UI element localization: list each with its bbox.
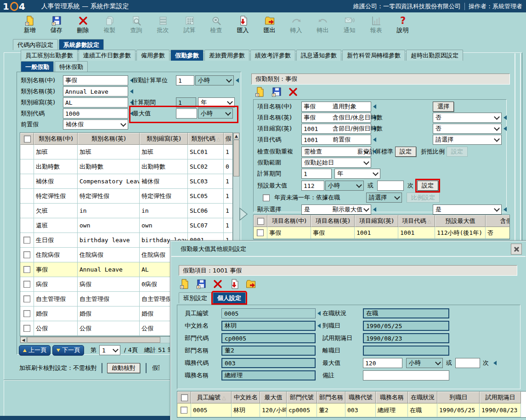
name-zh-field[interactable]: 林玥 [221, 321, 316, 331]
start-check-button[interactable]: 啟動核對 [107, 363, 140, 373]
scrollbar-thumb[interactable] [233, 140, 239, 176]
left-table-row-0[interactable]: 加班加班加班SLC011 [20, 145, 232, 159]
dialog-table-row-checkbox[interactable] [181, 407, 187, 414]
dialog-tab-0[interactable]: 班別設定 [179, 292, 212, 303]
dialog-delete-button[interactable] [212, 278, 224, 290]
rp-calc-period-unit-select[interactable]: 年 [334, 169, 380, 179]
rp-table-header-5[interactable]: 含假日/休 [486, 215, 510, 227]
dialog-table-select-all-checkbox[interactable] [181, 394, 188, 401]
rp-table-row-checkbox[interactable] [257, 229, 264, 236]
dialog-import-button[interactable] [228, 278, 240, 290]
default-max-unit-select[interactable]: 小時 [325, 181, 364, 191]
rp-calc-period-input[interactable]: 1 [301, 169, 332, 179]
calc-period-unit-select[interactable]: 年 [198, 97, 235, 108]
toolbar-delete-button[interactable]: 刪除 [73, 15, 93, 39]
left-table-row-1[interactable]: 出勤時數出勤時數出勤時數SLC020 [20, 159, 232, 174]
dlg-times-input[interactable] [455, 358, 480, 368]
dialog-table-row-0[interactable]: 0005林玥120/小時cp0005董2003總經理在職1990/05/2519… [177, 403, 526, 417]
param-tab-4[interactable]: 差旅費用參數 [204, 50, 249, 61]
param-tab-2[interactable]: 僱用參數 [136, 50, 170, 61]
dialog-table-header-8[interactable]: 到職日 [437, 392, 480, 403]
toolbar-export-button[interactable]: 匯出 [259, 15, 280, 39]
left-table-row-checkbox[interactable] [23, 266, 30, 273]
left-table-row-3[interactable]: 特定彈性假特定彈性假特定彈性假SLC051 [20, 189, 232, 204]
dialog-table-header-7[interactable]: 在職狀況 [408, 392, 437, 403]
dialog-table-header-5[interactable]: 職務代號 [345, 392, 376, 403]
rp-table-header-0[interactable]: 項目名稱(中) [267, 215, 311, 227]
include-holiday-select[interactable]: 否 [433, 113, 502, 123]
scrollbar-thumb[interactable] [27, 337, 160, 343]
calc-period-input[interactable]: 1 [176, 97, 196, 108]
page-select[interactable]: 1 [99, 345, 120, 355]
toolbar-save-button[interactable]: 儲存 [46, 15, 67, 39]
rp-delete-button[interactable] [287, 86, 299, 98]
rp-table-select-all-checkbox[interactable] [257, 218, 264, 225]
left-table-header-3[interactable]: 類別代碼△ [188, 133, 224, 145]
param-tab-5[interactable]: 績效考評參數 [250, 50, 295, 61]
dialog-export-button[interactable] [245, 278, 257, 290]
rp-table-header-4[interactable]: 預設最大值 [435, 215, 486, 227]
dialog-table-header-6[interactable]: 職務名稱 [376, 392, 408, 403]
leave-tab-1[interactable]: 特休假勤 [55, 61, 88, 72]
left-table-header-4[interactable]: 假 [224, 133, 233, 145]
dialog-tab-1[interactable]: 個人設定 [213, 292, 246, 303]
dialog-table-header-4[interactable]: 部門名稱 [317, 392, 345, 403]
rp-pre-leave-select[interactable]: 請選擇 [433, 135, 502, 145]
dialog-new-button[interactable] [179, 278, 191, 290]
under-one-year-select[interactable]: 請選擇 [366, 193, 402, 203]
max-value-unit-select[interactable]: 小時 [198, 108, 233, 119]
calc-unit-input[interactable]: 1 [176, 75, 194, 85]
default-max-input[interactable]: 112 [301, 181, 324, 191]
scroll-left-icon[interactable]: ◀ [20, 337, 27, 343]
dialog-table-header-0[interactable]: 員工編號△ [191, 392, 232, 403]
left-table-row-checkbox[interactable] [23, 281, 30, 288]
param-tab-7[interactable]: 新竹科管局轉檔參數 [342, 50, 405, 61]
type-code-input[interactable]: 1000 [63, 108, 128, 119]
default-max-times-input[interactable] [377, 181, 404, 191]
left-table-row-2[interactable]: 補休假Compensatory Leave補休假SLC031 [20, 174, 232, 189]
left-table-row-5[interactable]: 還班ownownSLC071 [20, 218, 232, 233]
type-name-zh-input[interactable]: 事假 [63, 75, 128, 85]
toolbar-new-button[interactable]: 新增 [19, 15, 40, 39]
close-button[interactable] [511, 244, 522, 255]
pre-leave-select[interactable]: 補休假 [63, 119, 128, 130]
main-tab-1[interactable]: 系統參數設定 [59, 39, 104, 50]
rp-table-row-0[interactable]: 事假事假10011001112小時(後1年)否 [254, 227, 509, 239]
rp-table-header-1[interactable]: 項目名稱(英) [311, 215, 355, 227]
expand-arrow-icon[interactable] [238, 207, 249, 223]
calc-unit-select[interactable]: 小時 [195, 75, 234, 85]
show-max-select[interactable]: 是 [433, 204, 502, 215]
left-table-header-2[interactable]: 類別縮寫(英) [140, 133, 188, 145]
left-table-row-4[interactable]: 欠班ininSLC061 [20, 204, 232, 218]
max-rule-set-button[interactable]: 設定 [417, 181, 438, 191]
left-table-row-checkbox[interactable] [23, 237, 30, 244]
rp-new-button[interactable] [254, 86, 266, 98]
left-table-row-checkbox[interactable] [23, 251, 30, 258]
param-tab-8[interactable]: 超時出勤原因設定 [406, 50, 463, 61]
include-festival-select[interactable]: 否 [433, 124, 502, 134]
leave-tab-0[interactable]: 一般假勤 [21, 61, 54, 72]
note-input[interactable] [363, 370, 449, 380]
main-tab-0[interactable]: 代碼內容設定 [13, 39, 58, 50]
left-table-select-all-checkbox[interactable] [24, 136, 31, 142]
rp-save-button[interactable] [271, 86, 283, 98]
rp-table-header-2[interactable]: 項目縮寫(英) [355, 215, 398, 227]
dialog-table-header-9[interactable]: 試用期滿日 [480, 392, 521, 403]
dialog-table-header-3[interactable]: 部門代號 [287, 392, 317, 403]
param-tab-3[interactable]: 假勤參數 [170, 50, 204, 61]
left-table-header-1[interactable]: 類別名稱(英) [78, 133, 140, 145]
salary-standard-set-button[interactable]: 設定 [395, 147, 416, 157]
dialog-table-header-1[interactable]: 中文姓名 [232, 392, 260, 403]
next-page-button[interactable]: 下一頁 [52, 345, 84, 356]
left-table-row-checkbox[interactable] [23, 295, 30, 302]
type-abbr-input[interactable]: AL [63, 97, 128, 108]
param-tab-0[interactable]: 員工班別出勤參數 [21, 50, 78, 61]
dlg-max-unit-select[interactable]: 小時 [406, 358, 443, 368]
apply-target-select-button[interactable]: 選擇 [433, 102, 454, 112]
scroll-up-icon[interactable]: ▲ [233, 133, 239, 139]
type-name-en-input[interactable]: Annual Leave [63, 86, 128, 96]
toolbar-help-button[interactable]: ?說明 [392, 15, 413, 39]
param-tab-6[interactable]: 訊息通知參數 [296, 50, 341, 61]
param-tab-1[interactable]: 連續工作日數參數 [79, 50, 136, 61]
left-table-header-0[interactable]: 類別名稱(中) [34, 133, 78, 145]
